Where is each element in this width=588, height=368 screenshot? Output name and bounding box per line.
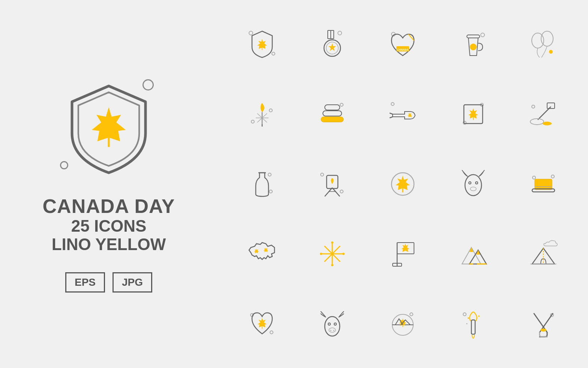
svg-point-67 (320, 253, 322, 255)
format-badges: EPS JPG (65, 272, 152, 293)
jpg-badge: JPG (112, 272, 152, 293)
svg-point-80 (328, 323, 330, 325)
svg-point-89 (463, 313, 466, 316)
title-section: CANADA DAY 25 ICONS LINO YELLOW (43, 196, 175, 253)
svg-rect-59 (532, 189, 555, 192)
icon-hat (523, 163, 564, 205)
circle-decoration-top (142, 79, 154, 90)
icon-grid: CANADA (218, 0, 588, 368)
svg-rect-5 (328, 30, 331, 39)
svg-point-41 (268, 173, 271, 176)
svg-point-79 (325, 317, 340, 336)
shield-container (56, 75, 161, 181)
svg-line-46 (325, 188, 332, 196)
shield-icon (56, 75, 161, 181)
svg-point-56 (551, 175, 554, 178)
svg-point-83 (330, 330, 332, 331)
icon-hockey-sticks-crossed (523, 303, 564, 344)
svg-line-30 (390, 113, 393, 114)
icon-medal (312, 24, 353, 65)
svg-rect-27 (323, 111, 342, 116)
svg-point-93 (466, 323, 467, 324)
svg-point-16 (541, 31, 553, 46)
svg-point-18 (251, 120, 254, 123)
eps-badge: EPS (65, 272, 105, 293)
icon-globe-maple (382, 303, 423, 344)
icon-hockey-logs (312, 94, 353, 135)
svg-rect-38 (547, 103, 555, 109)
svg-point-81 (334, 323, 336, 325)
svg-point-17 (549, 50, 553, 54)
svg-point-82 (329, 328, 336, 332)
svg-point-91 (468, 317, 469, 319)
svg-point-57 (532, 176, 536, 179)
svg-point-54 (476, 182, 478, 184)
svg-point-19 (269, 109, 272, 112)
icon-trumpet-maple (382, 94, 423, 135)
svg-point-55 (470, 187, 476, 191)
icon-snowflake-star (312, 233, 353, 274)
svg-point-77 (270, 331, 273, 334)
icon-heart-maple (242, 303, 283, 344)
svg-point-40 (543, 122, 552, 125)
svg-line-31 (390, 117, 393, 118)
icon-moose-portrait (312, 303, 353, 344)
icon-camping-tent (523, 233, 564, 274)
svg-point-36 (532, 105, 535, 108)
icon-canada-map (242, 233, 283, 274)
svg-point-25 (340, 103, 343, 106)
icon-mountains (453, 233, 494, 274)
icon-torch-honey (453, 303, 494, 344)
svg-point-39 (530, 119, 544, 125)
svg-point-4 (338, 31, 342, 35)
icon-flag-sign (382, 233, 423, 274)
icon-lantern-stand (312, 163, 353, 205)
svg-point-45 (340, 190, 343, 193)
svg-point-12 (481, 33, 484, 37)
svg-line-47 (332, 188, 340, 196)
svg-point-14 (470, 44, 477, 50)
svg-rect-58 (535, 179, 552, 190)
icon-bottle (242, 163, 283, 205)
svg-point-68 (342, 253, 345, 255)
svg-point-44 (321, 173, 324, 176)
svg-point-53 (469, 182, 471, 184)
svg-rect-6 (331, 30, 334, 39)
svg-point-52 (465, 175, 482, 196)
svg-rect-26 (321, 117, 344, 122)
icon-heart-canada: CANADA (382, 24, 423, 65)
left-panel: CANADA DAY 25 ICONS LINO YELLOW EPS JPG (0, 0, 218, 368)
svg-point-65 (331, 241, 333, 244)
title-line1: CANADA DAY (43, 196, 175, 217)
icon-hockey-cut (523, 94, 564, 135)
title-line3: LINO YELLOW (43, 235, 175, 253)
svg-rect-90 (471, 320, 475, 334)
svg-rect-13 (467, 35, 480, 38)
icon-balloons (523, 24, 564, 65)
svg-point-85 (410, 313, 413, 316)
title-line2: 25 ICONS (43, 217, 175, 235)
svg-point-1 (249, 31, 253, 35)
svg-text:CANADA: CANADA (397, 48, 408, 51)
svg-point-92 (478, 315, 480, 317)
svg-point-42 (269, 190, 272, 193)
icon-shield-maple (242, 24, 283, 65)
svg-point-66 (331, 264, 333, 266)
svg-point-97 (540, 329, 546, 332)
svg-point-2 (272, 52, 275, 55)
svg-point-29 (391, 103, 394, 106)
icon-maple-circle (382, 163, 423, 205)
svg-rect-28 (325, 105, 340, 110)
circle-decoration-bottom (60, 161, 68, 169)
icon-moose-face (453, 163, 494, 205)
icon-maple-frame (453, 94, 494, 135)
icon-torch-snowflake (242, 94, 283, 135)
svg-point-84 (333, 330, 334, 331)
icon-coffee-cup (453, 24, 494, 65)
